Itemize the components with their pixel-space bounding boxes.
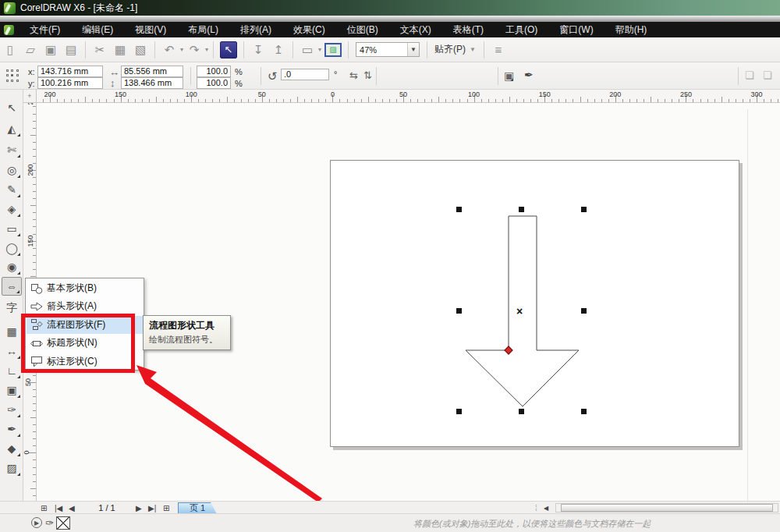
h-ruler-label: 250 [680, 90, 692, 98]
dimension-tool[interactable]: ↔ [2, 342, 22, 360]
x-position-field[interactable]: 143.716 mm [37, 66, 103, 77]
mirror-vertical-icon[interactable]: ⇅ [363, 69, 372, 81]
undo-icon[interactable]: ↶ [161, 41, 178, 59]
app-launcher-icon[interactable]: ▭ [299, 41, 316, 59]
menu-item-1[interactable]: 编辑(E) [71, 22, 124, 38]
fill-tool[interactable]: ◆ [2, 439, 22, 458]
status-play-icon[interactable]: ▶ [31, 517, 42, 528]
text-tool[interactable]: 字 [2, 299, 22, 317]
text-wrap-icon[interactable]: ▣ [504, 69, 514, 82]
menu-item-3[interactable]: 布局(L) [177, 22, 229, 38]
add-page-after-icon[interactable]: ⊞ [163, 502, 169, 513]
zoom-level-combo[interactable]: 47% ▼ [356, 42, 420, 57]
copy-icon[interactable]: ▦ [112, 41, 129, 59]
scale-h-field[interactable]: 100.0 [197, 66, 231, 77]
h-ruler-label: 100 [468, 90, 480, 98]
import-icon[interactable]: ↧ [250, 41, 267, 59]
tool-cursor-button[interactable]: ↖ [220, 41, 237, 59]
crop-tool[interactable]: ✄ [2, 140, 22, 159]
status-eyedropper-icon[interactable]: ✑ [45, 517, 54, 529]
mirror-horizontal-icon[interactable]: ⇆ [349, 69, 358, 81]
menu-item-11[interactable]: 帮助(H) [604, 22, 658, 38]
menu-item-5[interactable]: 效果(C) [282, 22, 336, 38]
export-icon[interactable]: ↥ [270, 41, 287, 59]
launcher-dropdown-icon[interactable]: ▾ [318, 46, 321, 53]
perfect-shapes-tool[interactable]: ⇔ [2, 277, 22, 296]
scale-h-percent: % [235, 67, 243, 76]
selection-handle-bottom-right[interactable] [581, 409, 587, 414]
welcome-screen-icon[interactable]: ▨ [324, 43, 342, 57]
redo-icon[interactable]: ↷ [186, 41, 203, 59]
smart-fill-tool[interactable]: ◈ [2, 200, 22, 218]
print-icon[interactable]: ▤ [62, 41, 80, 59]
selection-handle-bottom-left[interactable] [456, 409, 462, 414]
height-field[interactable]: 138.466 mm [121, 77, 183, 89]
freehand-tool[interactable]: ✎ [2, 180, 22, 199]
shape-tool[interactable]: ◭ [2, 119, 22, 138]
menu-item-10[interactable]: 窗口(W) [548, 22, 604, 38]
rectangle-tool[interactable]: ▭ [2, 219, 22, 238]
shape-tool-flyout-indicator [17, 133, 20, 137]
table-tool[interactable]: ▦ [2, 322, 22, 341]
save-icon[interactable]: ▣ [42, 41, 59, 59]
first-page-icon[interactable]: |◀ [55, 502, 62, 513]
to-front-icon[interactable]: ❏ [745, 69, 754, 81]
connector-tool[interactable]: ∟ [2, 361, 22, 380]
no-fill-swatch[interactable] [56, 516, 70, 530]
selection-handle-middle-left[interactable] [456, 308, 462, 314]
selection-handle-top-center[interactable] [519, 207, 524, 212]
selection-handle-bottom-center[interactable] [519, 409, 524, 414]
ellipse-tool[interactable]: ◯ [2, 239, 22, 257]
last-page-icon[interactable]: ▶| [148, 502, 156, 513]
menu-item-6[interactable]: 位图(B) [336, 22, 389, 38]
y-position-field[interactable]: 100.216 mm [37, 77, 103, 89]
menu-item-8[interactable]: 表格(T) [442, 22, 495, 38]
pick-tool[interactable]: ↖ [2, 98, 22, 117]
blend-tool[interactable]: ▣ [2, 381, 22, 399]
next-page-icon[interactable]: ▶ [136, 502, 142, 513]
selection-handle-middle-right[interactable] [581, 308, 587, 314]
horizontal-scrollbar[interactable] [555, 503, 778, 512]
selection-handle-top-left[interactable] [456, 207, 462, 212]
menu-item-0[interactable]: 文件(F) [19, 22, 71, 38]
to-back-icon[interactable]: ❏ [763, 69, 772, 81]
color-eyedropper-tool[interactable]: ✑ [2, 400, 22, 419]
outline-pen-tool[interactable]: ✒ [2, 420, 22, 438]
paste-icon[interactable]: ▧ [132, 41, 149, 59]
rotation-field[interactable]: .0 [281, 69, 329, 80]
flyout-item-0[interactable]: 基本形状(B) [27, 279, 143, 297]
page-tab[interactable]: 页 1 [178, 502, 217, 514]
h-ruler-label: 50 [399, 90, 407, 98]
horizontal-ruler[interactable]: 20015010050050100150200250300 [37, 90, 780, 103]
menu-item-9[interactable]: 工具(O) [495, 22, 548, 38]
scale-v-field[interactable]: 100.0 [197, 77, 231, 89]
add-page-before-icon[interactable]: ⊞ [41, 502, 47, 513]
zoom-dropdown-icon[interactable]: ▼ [407, 43, 419, 56]
flyout-item-1[interactable]: 箭头形状(A) [27, 297, 143, 315]
undo-dropdown-icon[interactable]: ▾ [180, 46, 183, 53]
cut-icon[interactable]: ✂ [91, 41, 108, 59]
open-icon[interactable]: ▱ [22, 41, 39, 59]
document-icon[interactable] [4, 25, 14, 35]
polygon-tool[interactable]: ◉ [2, 257, 22, 276]
menu-item-2[interactable]: 视图(V) [124, 22, 177, 38]
menu-item-4[interactable]: 排列(A) [229, 22, 282, 38]
selection-handle-top-right[interactable] [581, 207, 587, 212]
horizontal-scrollbar-thumb[interactable] [561, 504, 773, 512]
menu-item-7[interactable]: 文本(X) [389, 22, 442, 38]
snap-to-button[interactable]: 贴齐(P) ▼ [431, 43, 480, 56]
scroll-left-icon[interactable]: ◀ [544, 502, 548, 513]
new-document-icon[interactable]: ▯ [2, 41, 19, 59]
previous-page-icon[interactable]: ◀ [69, 502, 75, 513]
scrollbar-splitter[interactable]: ⁞ [535, 502, 537, 513]
coreldraw-window: CorelDRAW X6 - [未命名 -1] 文件(F)编辑(E)视图(V)布… [0, 0, 780, 532]
options-icon[interactable]: ≡ [490, 41, 507, 59]
zoom-tool[interactable]: ◎ [2, 161, 22, 179]
outline-pen-tool-flyout-indicator [17, 434, 20, 437]
h-ruler-label: 0 [331, 90, 335, 98]
redo-dropdown-icon[interactable]: ▾ [205, 46, 208, 53]
selection-center-marker[interactable]: × [516, 305, 523, 317]
ruler-origin[interactable]: + [23, 90, 37, 103]
interactive-fill-tool[interactable]: ▨ [2, 459, 22, 477]
width-field[interactable]: 85.556 mm [121, 66, 183, 77]
